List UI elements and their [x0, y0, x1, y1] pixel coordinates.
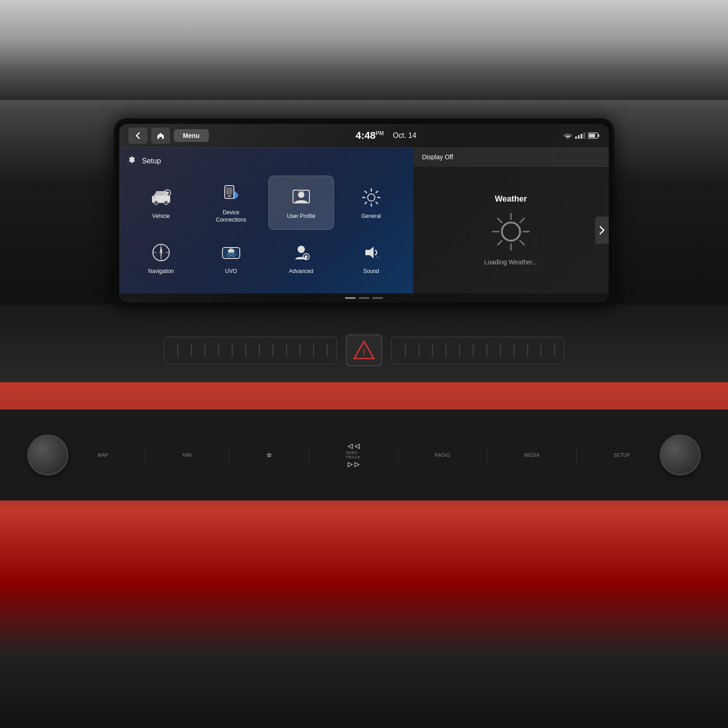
menu-button[interactable]: Menu	[174, 129, 209, 142]
seek-left-icon: ◁ ◁	[348, 442, 359, 450]
screen-bezel: Menu 4:48PM Oct. 14	[114, 118, 614, 308]
svg-point-22	[368, 194, 375, 201]
svg-line-40	[376, 256, 379, 258]
map-button[interactable]: MAP	[98, 453, 108, 458]
map-label: MAP	[98, 453, 108, 458]
setup-header: Setup	[128, 155, 404, 167]
svg-point-24	[160, 252, 162, 253]
menu-item-uvo[interactable]: UVO	[198, 234, 264, 282]
right-vent	[391, 337, 564, 364]
svg-point-34	[228, 252, 230, 253]
device-connections-label: DeviceConnections	[216, 209, 246, 223]
svg-point-49	[502, 222, 520, 241]
media-button[interactable]: MEDIA	[524, 453, 540, 458]
svg-point-38	[305, 255, 308, 258]
seek-label: SEEKTRACK	[346, 450, 361, 460]
menu-item-device-connections[interactable]: DeviceConnections	[198, 176, 264, 230]
svg-point-15	[166, 192, 169, 194]
setup-button[interactable]: SETUP	[614, 453, 630, 458]
svg-point-10	[155, 202, 157, 204]
weather-loading: Loading Weather...	[484, 211, 537, 266]
uvo-label: UVO	[225, 268, 237, 275]
seek-right-icon: ▷ ▷	[348, 460, 359, 468]
right-panel: Display Off Weather	[413, 148, 609, 293]
svg-rect-66	[392, 337, 564, 364]
setup-label: SETUP	[614, 453, 630, 458]
svg-rect-3	[581, 134, 582, 139]
star-icon: ☆	[266, 451, 272, 459]
general-label: General	[361, 213, 381, 220]
svg-rect-21	[298, 191, 304, 192]
menu-item-general[interactable]: General	[339, 176, 404, 230]
menu-item-advanced[interactable]: Advanced	[268, 234, 334, 282]
right-knob[interactable]	[660, 435, 701, 475]
svg-point-12	[165, 202, 167, 204]
svg-line-47	[520, 218, 524, 222]
svg-line-45	[498, 218, 502, 222]
page-dot-1	[345, 297, 356, 299]
svg-rect-17	[226, 187, 233, 195]
advanced-label: Advanced	[289, 268, 313, 275]
display-off-button[interactable]: Display Off	[413, 148, 609, 167]
status-bar: Menu 4:48PM Oct. 14	[119, 124, 609, 148]
vehicle-label: Vehicle	[152, 213, 170, 220]
weather-section: Weather	[413, 167, 609, 293]
hazard-button[interactable]: !	[346, 334, 382, 366]
left-knob[interactable]	[27, 435, 68, 475]
seek-track-button[interactable]: ◁ ◁ SEEKTRACK ▷ ▷	[346, 442, 361, 468]
divider-6	[576, 446, 577, 464]
svg-rect-50	[164, 337, 336, 364]
weather-chevron-button[interactable]	[595, 217, 609, 244]
svg-point-0	[567, 138, 569, 139]
menu-item-sound[interactable]: Sound	[339, 234, 404, 282]
uvo-icon	[219, 241, 243, 264]
wifi-icon	[563, 132, 572, 139]
media-label: MEDIA	[524, 453, 540, 458]
radio-button[interactable]: RADIO	[435, 453, 450, 458]
menu-item-user-profile[interactable]: User Profile	[268, 176, 334, 230]
svg-rect-18	[228, 196, 231, 197]
star-button[interactable]: ☆	[266, 451, 272, 459]
setup-gear-icon	[128, 155, 137, 167]
svg-rect-4	[583, 132, 585, 139]
page-dot-2	[359, 297, 369, 299]
back-button[interactable]	[128, 127, 147, 144]
svg-line-46	[520, 241, 524, 245]
page-dot-3	[372, 297, 383, 299]
nav-button[interactable]: NAV	[182, 453, 192, 458]
svg-point-20	[298, 192, 304, 198]
svg-text:!: !	[363, 348, 365, 357]
divider-3	[308, 446, 309, 464]
svg-point-13	[154, 197, 156, 198]
user-profile-icon	[289, 186, 313, 209]
clock-section: 4:48PM Oct. 14	[355, 130, 416, 142]
date-display: Oct. 14	[393, 131, 417, 140]
infotainment-screen: Menu 4:48PM Oct. 14	[119, 124, 609, 303]
main-content: Setup	[119, 148, 609, 293]
left-vent	[164, 337, 337, 364]
svg-point-36	[298, 246, 305, 253]
svg-rect-7	[589, 134, 595, 137]
menu-item-navigation[interactable]: Navigation	[128, 234, 194, 282]
advanced-icon	[289, 241, 313, 264]
user-profile-label: User Profile	[287, 213, 315, 220]
home-button[interactable]	[151, 127, 170, 144]
device-connections-icon	[219, 182, 243, 206]
divider-5	[487, 446, 487, 464]
dashboard-top	[0, 0, 728, 100]
bottom-controls: MAP NAV ☆ ◁ ◁ SEEKTRACK ▷ ▷ RADIO MEDIA	[0, 410, 728, 500]
sound-label: Sound	[363, 268, 379, 275]
weather-loading-text: Loading Weather...	[484, 258, 537, 266]
vehicle-icon	[149, 186, 173, 209]
setup-label: Setup	[142, 157, 161, 165]
sound-icon	[359, 241, 383, 264]
menu-grid: Vehicle	[128, 176, 404, 282]
svg-line-48	[498, 241, 502, 245]
svg-marker-39	[365, 247, 374, 258]
time-display: 4:48PM	[355, 130, 384, 142]
menu-item-vehicle[interactable]: Vehicle	[128, 176, 194, 230]
weather-title: Weather	[495, 194, 527, 204]
svg-rect-2	[578, 135, 580, 139]
svg-rect-1	[575, 136, 577, 139]
navigation-label: Navigation	[148, 268, 174, 275]
